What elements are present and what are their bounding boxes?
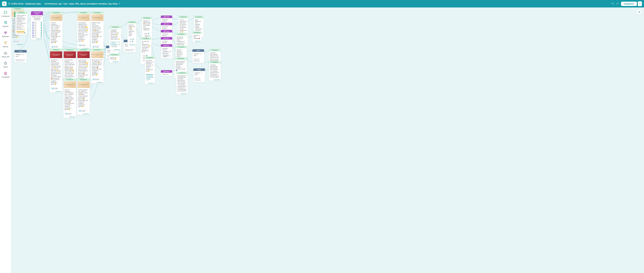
save-button[interactable]: Сохранить [621, 2, 637, 6]
svg-marker-3 [640, 4, 640, 4]
flow-title: тестпеченье, гра, "гра", игра, ГРА, грат… [44, 3, 120, 5]
save-dropdown-button[interactable] [638, 1, 642, 6]
svg-point-1 [9, 3, 10, 4]
redo-button[interactable] [615, 1, 620, 6]
edit-title-icon[interactable] [118, 3, 120, 5]
instagram-icon [8, 3, 10, 5]
page-title: Coffee Rock - Крафтова кава [8, 3, 41, 5]
app-header: Coffee Rock - Крафтова кава тестпеченье,… [0, 0, 644, 8]
app-logo[interactable] [2, 2, 6, 6]
undo-button[interactable] [610, 1, 615, 6]
